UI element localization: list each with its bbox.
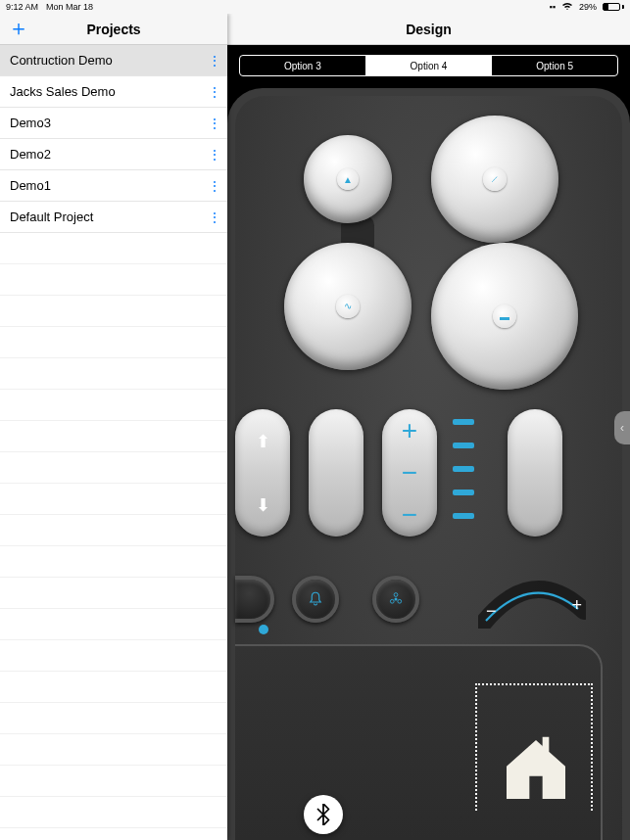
project-list: Contruction Demo ⋮ Jacks Sales Demo ⋮ De… [0,45,227,828]
add-project-button[interactable]: ＋ [8,18,29,39]
projects-sidebar: ＋ Projects Contruction Demo ⋮ Jacks Sale… [0,14,227,840]
project-row[interactable]: Contruction Demo ⋮ [0,45,227,76]
status-bar: 9:12 AM Mon Mar 18 ▪▪ 29% [0,0,630,14]
svg-point-0 [395,598,398,601]
option-segmented-control: Option 3 Option 4 Option 5 [239,55,618,76]
list-item [0,797,227,828]
bell-icon [307,590,324,608]
project-menu-icon[interactable]: ⋮ [208,54,219,68]
project-menu-icon[interactable]: ⋮ [208,148,219,162]
project-label: Demo2 [10,147,51,162]
status-date: Mon Mar 18 [46,2,93,12]
knob-3-indicator-icon: ∿ [336,295,359,317]
round-button-edge[interactable] [235,576,274,623]
tab-option-5[interactable]: Option 5 [491,56,617,75]
rocker-up-down[interactable]: ⬆ ⬇ [235,409,290,537]
svg-point-2 [390,599,394,603]
project-row[interactable]: Jacks Sales Demo ⋮ [0,76,227,108]
arc-plus-icon: + [571,595,582,616]
sidebar-title: Projects [86,22,140,37]
arc-minus-icon: − [486,601,497,622]
project-label: Demo1 [10,178,51,193]
knob-4[interactable]: ▬ [431,243,578,390]
list-item [0,578,227,609]
fan-icon [387,590,405,608]
rocker-plus-minus[interactable]: + − − [382,409,437,537]
knob-2-indicator-icon: ⟋ [483,167,506,190]
knob-2[interactable]: ⟋ [431,116,558,243]
bluetooth-button[interactable] [304,795,343,834]
list-item [0,390,227,421]
svg-point-3 [398,599,402,603]
project-row[interactable]: Demo2 ⋮ [0,139,227,170]
minus-icon: − [402,501,417,529]
project-row[interactable]: Demo1 ⋮ [0,170,227,202]
list-item [0,703,227,734]
battery-percentage: 29% [579,2,597,12]
project-row[interactable]: Default Project ⋮ [0,202,227,233]
svg-point-1 [394,593,398,597]
wifi-icon [561,2,573,13]
list-item [0,515,227,546]
list-item [0,484,227,515]
list-item [0,233,227,264]
plus-icon: + [402,417,417,444]
knob-1[interactable]: ▲ [304,135,392,223]
list-item [0,640,227,672]
project-menu-icon[interactable]: ⋮ [208,210,219,224]
list-item [0,296,227,327]
project-menu-icon[interactable]: ⋮ [208,117,219,130]
list-item [0,421,227,452]
round-button-fan[interactable] [372,576,419,623]
rocker-blank-1[interactable] [309,409,363,537]
knob-3[interactable]: ∿ [284,243,412,370]
up-arrow-icon: ⬆ [256,431,270,452]
arc-slider[interactable]: − + [478,580,586,629]
list-item [0,264,227,296]
list-item [0,327,227,358]
status-time: 9:12 AM [6,2,38,12]
knob-1-indicator-icon: ▲ [337,168,359,190]
project-menu-icon[interactable]: ⋮ [208,179,219,193]
list-item [0,358,227,390]
project-label: Jacks Sales Demo [10,84,116,99]
tab-option-3[interactable]: Option 3 [240,56,365,75]
project-label: Default Project [10,210,93,224]
home-icon [497,730,575,809]
page-title: Design [227,14,630,45]
list-item [0,546,227,578]
knob-4-indicator-icon: ▬ [493,304,516,328]
project-label: Demo3 [10,116,51,130]
down-arrow-icon: ⬇ [256,494,270,516]
drawer-handle[interactable]: ‹ [614,411,630,444]
project-menu-icon[interactable]: ⋮ [208,85,219,99]
battery-icon [603,3,624,11]
design-canvas: Option 3 Option 4 Option 5 ▲ ⟋ ∿ ▬ ⬆ ⬇ +… [227,45,630,840]
cell-signal-icon: ▪▪ [550,2,556,12]
project-label: Contruction Demo [10,53,113,68]
rocker-blank-2[interactable] [508,409,562,537]
list-item [0,609,227,640]
list-item [0,734,227,766]
list-item [0,766,227,797]
device-panel: ▲ ⟋ ∿ ▬ ⬆ ⬇ + − − [227,88,630,840]
bluetooth-icon [315,804,331,825]
list-item [0,672,227,703]
project-row[interactable]: Demo3 ⋮ [0,108,227,139]
tab-option-4[interactable]: Option 4 [365,56,492,75]
minus-icon: − [402,459,417,487]
round-button-alert[interactable] [292,576,339,623]
sidebar-header: ＋ Projects [0,14,227,45]
indicator-dot [259,625,268,634]
list-item [0,452,227,484]
level-indicator [453,419,474,519]
